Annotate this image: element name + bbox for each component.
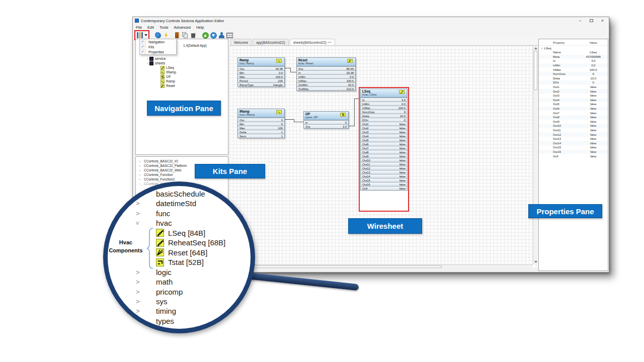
horizontal-scroll-thumb[interactable] xyxy=(230,265,442,268)
menu-advanced[interactable]: Advanced xyxy=(174,25,191,30)
property-row-don[interactable]: DOn0 xyxy=(539,80,608,85)
block-slot-delta[interactable]: Delta1 xyxy=(238,130,284,134)
block-slot-in[interactable]: In30.38 xyxy=(297,70,355,74)
block-header[interactable]: Resethvac::Reset xyxy=(297,58,355,66)
tree-item-lseq[interactable]: LSeq xyxy=(136,65,228,70)
kits-book-button[interactable] xyxy=(173,31,181,39)
tab-app-bascontrol22-[interactable]: app(BAScontrol22) xyxy=(253,39,288,45)
block-slot-out9[interactable]: Out9false xyxy=(361,154,407,158)
tree-item-ramp[interactable]: Ramp xyxy=(136,79,228,83)
user-button[interactable] xyxy=(217,31,225,39)
block-slot-out15[interactable]: Out15false xyxy=(361,178,407,182)
block-slot-out10[interactable]: Out10false xyxy=(361,158,407,162)
block-slot-out11[interactable]: Out11false xyxy=(361,162,407,166)
property-row-out9[interactable]: Out9false xyxy=(539,120,608,124)
block-slot-out2[interactable]: Out2false xyxy=(361,126,407,130)
chevron-right-icon[interactable]: > xyxy=(139,169,144,172)
app-blob-button[interactable] xyxy=(154,31,162,39)
property-row-numouts[interactable]: NumOuts9 xyxy=(539,72,608,76)
block-slot-out5[interactable]: Out5false xyxy=(361,138,407,142)
block-slot-out[interactable]: Out30.38 xyxy=(238,66,284,70)
dropdown-item-kits[interactable]: ✓Kits xyxy=(140,44,176,49)
function-block-reset[interactable]: Resethvac::ResetOut86.69In30.38InMin0.0I… xyxy=(296,57,356,91)
minimize-button[interactable]: – xyxy=(579,18,582,23)
block-slot-period[interactable]: Period100 xyxy=(238,78,284,82)
block-slot-out3[interactable]: Out3false xyxy=(361,130,407,134)
block-slot-out[interactable]: Out3.0 xyxy=(304,124,348,128)
block-slot-max[interactable]: Max100.0 xyxy=(238,74,284,78)
wiresheet-canvas[interactable]: Rampfunc::RampOut30.38Min0.0Max100.0Peri… xyxy=(229,46,538,268)
chevron-right-icon[interactable]: > xyxy=(139,173,144,176)
menu-tools[interactable]: Tools xyxy=(159,25,169,30)
block-slot-numouts[interactable]: NumOuts9 xyxy=(361,110,407,114)
function-block-ramp[interactable]: Rampfunc::RampOut30.38Min0.0Max100.0Peri… xyxy=(237,57,285,87)
function-block-lseq[interactable]: LSeqhvac::LSeqIn3.0InMin0.0InMax100.0Num… xyxy=(360,88,408,191)
property-row-out12[interactable]: Out12false xyxy=(539,132,608,137)
block-slot-outmax[interactable]: OutMax212.0 xyxy=(297,86,355,90)
tree-item-sheets[interactable]: >sheets xyxy=(136,61,228,65)
property-row-out10[interactable]: Out10false xyxy=(539,124,608,128)
block-slot-inmax[interactable]: InMax100.0 xyxy=(297,78,355,82)
block-slot-inmin[interactable]: InMin0.0 xyxy=(361,102,407,106)
tree-item-reset[interactable]: Reset xyxy=(136,83,228,88)
property-row-out2[interactable]: Out2false xyxy=(539,89,608,94)
block-slot-out8[interactable]: Out8false xyxy=(361,150,407,154)
block-slot-out[interactable]: Out3 xyxy=(238,118,284,122)
lightning-button[interactable] xyxy=(162,31,170,39)
block-slot-out16[interactable]: Out16false xyxy=(361,182,407,186)
block-slot-out1[interactable]: Out1false xyxy=(361,122,407,126)
chevron-right-icon[interactable]: > xyxy=(139,160,144,163)
block-slot-out6[interactable]: Out6false xyxy=(361,142,407,146)
vertical-scroll-thumb[interactable] xyxy=(534,51,537,90)
put-app-button[interactable] xyxy=(201,31,209,39)
block-slot-out[interactable]: Out86.69 xyxy=(297,66,355,70)
function-block-i2f[interactable]: I2Ftypes::I2FIn3Out3.0 xyxy=(303,111,349,129)
property-row-out14[interactable]: Out14false xyxy=(539,141,608,145)
tab-sheets-bascontrol22-[interactable]: sheets(BAScontrol22)×× xyxy=(290,39,335,45)
panes-toggle-caret-button[interactable] xyxy=(144,31,148,39)
dropdown-item-properties[interactable]: ✓Properties xyxy=(140,49,176,54)
property-row-delta[interactable]: Delta10.0 xyxy=(539,76,608,81)
property-row-ovfl[interactable]: Ovflfalse xyxy=(539,154,608,158)
block-slot-min[interactable]: Min0.0 xyxy=(238,70,284,74)
property-row-out8[interactable]: Out8false xyxy=(539,115,608,120)
tree-item-i2f[interactable]: I2F xyxy=(136,74,228,79)
property-row-inmin[interactable]: InMin0.0 xyxy=(539,63,608,68)
block-slot-in[interactable]: In3.0 xyxy=(361,98,407,102)
block-slot-min[interactable]: Min0 xyxy=(238,122,284,126)
nav-root-node[interactable]: 1.0(Default App) xyxy=(183,44,207,47)
block-slot-delta[interactable]: Delta10.0 xyxy=(361,114,407,118)
property-row-out13[interactable]: Out13false xyxy=(539,137,608,141)
tree-item-service[interactable]: >service xyxy=(136,56,228,61)
block-header[interactable]: LSeqhvac::LSeq xyxy=(361,89,407,98)
get-app-button[interactable] xyxy=(209,31,217,39)
maximize-button[interactable] xyxy=(590,19,593,22)
property-row-out4[interactable]: Out4false xyxy=(539,98,608,103)
copy-button[interactable] xyxy=(181,31,189,39)
block-slot-out4[interactable]: Out4false xyxy=(361,134,407,138)
block-slot-ovfl[interactable]: Ovflfalse xyxy=(361,186,407,190)
block-slot-out14[interactable]: Out14false xyxy=(361,174,407,178)
menu-help[interactable]: Help xyxy=(196,25,204,30)
property-row-inmax[interactable]: InMax100.0 xyxy=(539,67,608,72)
panes-toggle-button[interactable] xyxy=(136,31,144,39)
close-button[interactable]: × xyxy=(601,18,604,23)
property-row-meta[interactable]: Meta437059585 xyxy=(539,55,608,59)
delete-button[interactable] xyxy=(189,31,197,39)
property-row-out3[interactable]: Out3false xyxy=(539,94,608,98)
property-row-out1[interactable]: Out1false xyxy=(539,85,608,89)
block-slot-inmin[interactable]: InMin0.0 xyxy=(297,74,355,78)
block-slot-max[interactable]: Max100 xyxy=(238,126,284,130)
grid-button[interactable] xyxy=(225,31,233,39)
property-row-out16[interactable]: Out16false xyxy=(539,150,608,154)
tab-close-icon[interactable]: ×× xyxy=(328,41,332,44)
kit-item-ccontrols_basc22_io[interactable]: >CControls_BASC22_IO xyxy=(136,159,228,163)
property-row-in[interactable]: In3.0 xyxy=(539,59,608,63)
chevron-right-icon[interactable]: > xyxy=(139,164,144,167)
vertical-scrollbar[interactable] xyxy=(533,46,538,264)
tab-welcome[interactable]: Welcome xyxy=(230,39,252,45)
chevron-right-icon[interactable]: > xyxy=(146,57,149,60)
property-row-name[interactable]: NameLSeq xyxy=(539,50,608,55)
menu-edit[interactable]: Edit xyxy=(147,25,154,30)
tree-item-iramp[interactable]: IRamp xyxy=(136,70,228,74)
